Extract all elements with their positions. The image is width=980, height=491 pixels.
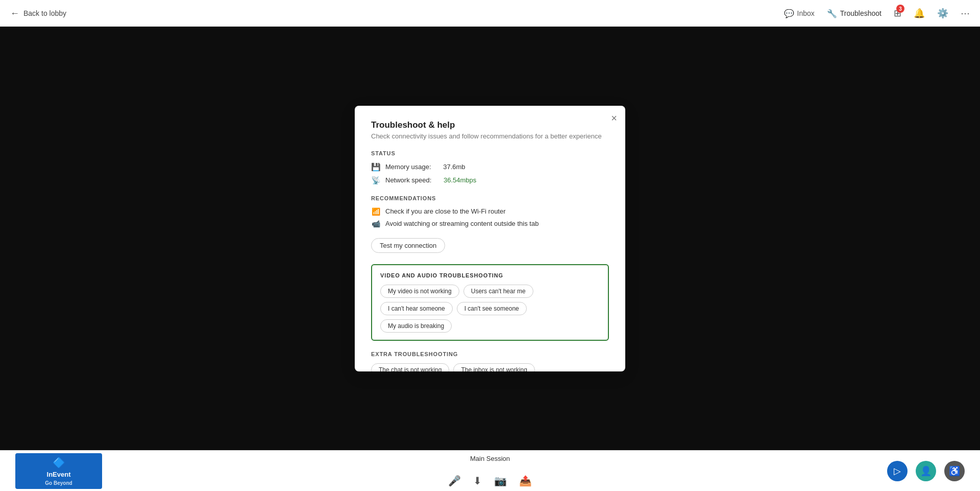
- thumbnail-line1: InEvent: [47, 471, 71, 478]
- thumbnail-line2: Go Beyond: [45, 480, 72, 486]
- video-audio-section: VIDEO AND AUDIO TROUBLESHOOTING My video…: [371, 264, 609, 341]
- download-icon[interactable]: ⬇: [473, 475, 482, 487]
- rec-section-label: RECOMMENDATIONS: [371, 195, 609, 201]
- network-icon: 📡: [371, 176, 380, 185]
- video-tag-btn[interactable]: My audio is breaking: [380, 319, 452, 333]
- live-btn[interactable]: ▷: [887, 461, 908, 481]
- memory-label: Memory usage:: [385, 163, 431, 171]
- rec-text-2: Avoid watching or streaming content outs…: [385, 220, 538, 227]
- memory-value: 37.6mb: [443, 163, 465, 171]
- settings-btn[interactable]: ⚙️: [937, 8, 948, 19]
- rec-text-1: Check if you are close to the Wi-Fi rout…: [385, 207, 506, 215]
- modal-subtitle: Check connectivity issues and follow rec…: [371, 132, 609, 140]
- recommendations-section: RECOMMENDATIONS 📶 Check if you are close…: [371, 195, 609, 228]
- extra-tag-btn[interactable]: The inbox is not working: [453, 363, 534, 371]
- person-icon: 👤: [920, 465, 932, 477]
- memory-icon: 💾: [371, 162, 380, 172]
- session-thumbnail: 🔷 InEvent Go Beyond: [15, 453, 102, 489]
- person-icon-btn[interactable]: 👤: [916, 461, 936, 481]
- inbox-icon: 💬: [784, 9, 794, 18]
- memory-status-item: 💾 Memory usage: 37.6mb: [371, 162, 609, 172]
- video-tag-btn[interactable]: I can't hear someone: [380, 302, 453, 315]
- rec-item-1: 📶 Check if you are close to the Wi-Fi ro…: [371, 207, 609, 216]
- extra-tag-btn[interactable]: The chat is not working: [371, 363, 449, 371]
- modal-overlay: × Troubleshoot & help Check connectivity…: [0, 27, 980, 450]
- bell-btn[interactable]: 🔔: [914, 8, 925, 19]
- bell-icon: 🔔: [914, 8, 925, 18]
- camera-icon[interactable]: 📷: [494, 475, 507, 487]
- notifications-btn[interactable]: ⊞ 3: [894, 8, 901, 19]
- modal-title: Troubleshoot & help: [371, 120, 609, 130]
- accessibility-icon: ♿: [949, 465, 960, 477]
- back-label: Back to lobby: [23, 9, 66, 17]
- top-bar-right: 💬 Inbox 🔧 Troubleshoot ⊞ 3 🔔 ⚙️ ⋯: [784, 8, 970, 19]
- bottom-left: 🔷 InEvent Go Beyond: [15, 453, 102, 489]
- accessibility-btn[interactable]: ♿: [944, 461, 965, 481]
- more-icon: ⋯: [961, 8, 970, 18]
- bottom-right: ▷ 👤 ♿: [887, 461, 965, 481]
- video-icon: 📹: [371, 220, 380, 228]
- wifi-icon: 📶: [371, 207, 380, 216]
- extra-tags-container: The chat is not workingThe inbox is not …: [371, 363, 609, 371]
- top-bar: ← Back to lobby 💬 Inbox 🔧 Troubleshoot ⊞…: [0, 0, 980, 27]
- network-label: Network speed:: [385, 176, 431, 184]
- modal-close-button[interactable]: ×: [611, 113, 617, 123]
- rec-item-2: 📹 Avoid watching or streaming content ou…: [371, 220, 609, 228]
- back-arrow-icon: ←: [10, 8, 19, 19]
- troubleshoot-nav-item[interactable]: 🔧 Troubleshoot: [827, 9, 881, 18]
- video-tag-btn[interactable]: Users can't hear me: [463, 285, 533, 298]
- video-tags-container: My video is not workingUsers can't hear …: [380, 285, 600, 333]
- extra-troubleshooting-section: EXTRA TROUBLESHOOTING The chat is not wo…: [371, 351, 609, 371]
- gear-icon: ⚙️: [937, 8, 948, 18]
- troubleshoot-nav-label: Troubleshoot: [840, 9, 881, 17]
- bottom-bar: 🔷 InEvent Go Beyond Main Session 🎤 ⬇ 📷 📤…: [0, 450, 980, 491]
- video-tag-btn[interactable]: I can't see someone: [457, 302, 527, 315]
- status-section-label: STATUS: [371, 150, 609, 156]
- control-icons: 🎤 ⬇ 📷 📤: [448, 475, 532, 487]
- live-icon: ▷: [894, 465, 901, 477]
- extra-section-label: EXTRA TROUBLESHOOTING: [371, 351, 609, 357]
- video-audio-section-label: VIDEO AND AUDIO TROUBLESHOOTING: [380, 272, 600, 278]
- status-section: STATUS 💾 Memory usage: 37.6mb 📡 Network …: [371, 150, 609, 185]
- inbox-nav-label: Inbox: [797, 9, 815, 17]
- test-connection-button[interactable]: Test my connection: [371, 238, 445, 253]
- inevent-logo: 🔷: [53, 456, 65, 469]
- inbox-nav-item[interactable]: 💬 Inbox: [784, 9, 815, 18]
- share-icon[interactable]: 📤: [519, 475, 532, 487]
- notification-badge: 3: [896, 5, 904, 13]
- network-value: 36.54mbps: [444, 176, 476, 184]
- network-status-item: 📡 Network speed: 36.54mbps: [371, 176, 609, 185]
- troubleshoot-icon: 🔧: [827, 9, 837, 18]
- bottom-controls: Main Session 🎤 ⬇ 📷 📤: [448, 455, 532, 487]
- troubleshoot-modal: × Troubleshoot & help Check connectivity…: [355, 106, 625, 371]
- session-label: Main Session: [470, 455, 510, 462]
- video-tag-btn[interactable]: My video is not working: [380, 285, 459, 298]
- more-btn[interactable]: ⋯: [961, 8, 970, 19]
- back-to-lobby-btn[interactable]: ← Back to lobby: [10, 8, 66, 19]
- mic-icon[interactable]: 🎤: [448, 475, 461, 487]
